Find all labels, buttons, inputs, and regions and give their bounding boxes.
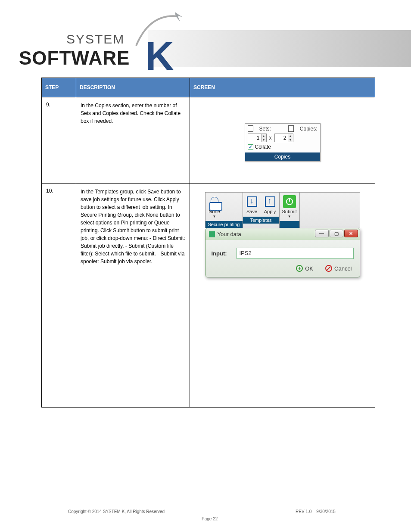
chevron-down-icon: ▼ bbox=[288, 215, 291, 218]
steps-table: STEP DESCRIPTION SCREEN 9. In the Copies… bbox=[41, 78, 375, 408]
company-logo: SYSTEM SOFTWARE K bbox=[10, 8, 170, 68]
input-field[interactable]: IPS2 bbox=[237, 248, 354, 259]
ok-button[interactable]: + OK bbox=[296, 265, 313, 272]
copies-spinner[interactable]: 2 ▲▼ bbox=[274, 134, 293, 142]
copies-panel: Sets: Copies: 1 ▲▼ x 2 ▲▼ bbox=[245, 123, 321, 162]
sets-label: Sets: bbox=[259, 126, 271, 132]
sets-icon bbox=[248, 125, 253, 132]
logo-letter-k: K bbox=[145, 34, 174, 79]
app-icon bbox=[209, 231, 215, 237]
dialog-title: Your data bbox=[218, 231, 241, 237]
logo-text-system: SYSTEM bbox=[66, 32, 125, 47]
chevron-down-icon: ▼ bbox=[213, 215, 216, 218]
templates-group-label: Templates bbox=[243, 217, 279, 224]
save-button[interactable]: Save bbox=[246, 195, 258, 214]
cancel-icon bbox=[325, 265, 332, 272]
input-label: Input: bbox=[212, 250, 230, 257]
close-button[interactable]: ✕ bbox=[344, 230, 358, 237]
step-description: In the Templates group, click Save butto… bbox=[76, 184, 190, 408]
collate-checkbox[interactable] bbox=[248, 144, 253, 150]
multiply-label: x bbox=[269, 135, 272, 141]
cancel-button[interactable]: Cancel bbox=[325, 265, 352, 272]
plus-circle-icon: + bbox=[296, 265, 303, 272]
copyright-text: Copyright © 2014 SYSTEM K, All Rights Re… bbox=[68, 509, 165, 514]
lock-open-icon bbox=[211, 197, 218, 202]
copies-icon bbox=[288, 125, 294, 132]
apply-icon bbox=[265, 196, 275, 207]
submit-button[interactable]: Submit ▼ bbox=[282, 195, 297, 218]
minimize-button[interactable]: — bbox=[315, 230, 329, 237]
svg-rect-2 bbox=[289, 199, 290, 202]
step-number: 9. bbox=[42, 97, 76, 184]
secure-printing-group-label: Secure printing bbox=[206, 221, 243, 228]
save-icon bbox=[247, 196, 257, 207]
step-number: 10. bbox=[42, 184, 76, 408]
collate-label: Collate bbox=[255, 144, 271, 150]
ribbon-toolbar: None ▼ Secure printing Save bbox=[205, 192, 360, 228]
logo-text-software: SOFTWARE bbox=[19, 47, 130, 69]
page-number: Page 22 bbox=[202, 516, 218, 521]
copies-value: 2 bbox=[275, 135, 288, 141]
copies-label: Copies: bbox=[300, 126, 318, 132]
sets-value: 1 bbox=[248, 135, 261, 141]
copies-footer: Copies bbox=[245, 152, 320, 161]
revision-text: REV 1.0 – 9/30/2015 bbox=[296, 509, 336, 514]
sets-spinner[interactable]: 1 ▲▼ bbox=[248, 134, 267, 142]
none-button[interactable]: None ▼ bbox=[208, 195, 221, 218]
col-step: STEP bbox=[42, 78, 76, 97]
col-screen: SCREEN bbox=[190, 78, 375, 97]
input-dialog: Your data — ▢ ✕ Input: IPS2 bbox=[205, 228, 360, 277]
apply-button[interactable]: Apply bbox=[264, 195, 277, 214]
step-description: In the Copies section, enter the number … bbox=[76, 97, 190, 184]
maximize-button[interactable]: ▢ bbox=[330, 230, 343, 237]
col-desc: DESCRIPTION bbox=[76, 78, 190, 97]
submit-icon bbox=[283, 195, 296, 208]
